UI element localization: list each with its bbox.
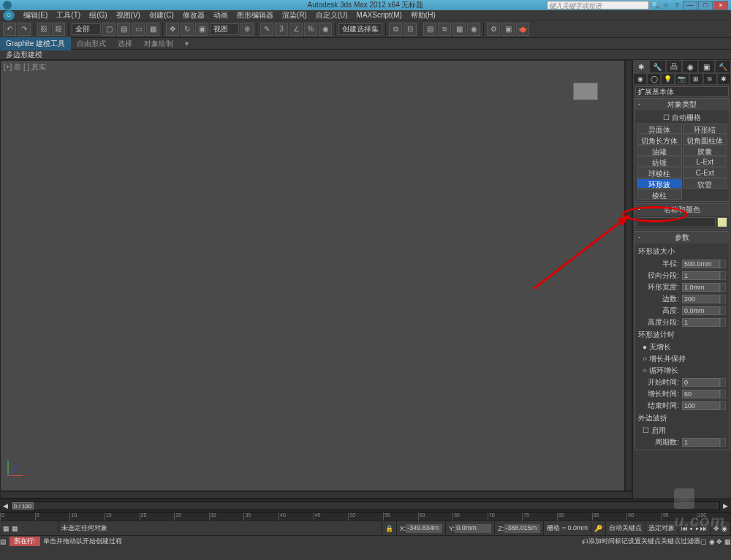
window-crossing-button[interactable]: ▦	[146, 23, 159, 36]
coord-z-input[interactable]: -388.015m	[504, 524, 540, 533]
time-slider[interactable]: ◀ 0 / 100 ▶	[0, 499, 731, 512]
ringwidth-spinner[interactable]: 1.0mm	[682, 283, 720, 292]
object-type-button[interactable]: 球棱柱	[637, 167, 682, 178]
menu-edit[interactable]: 编辑(E)	[19, 10, 52, 20]
slider-next-button[interactable]: ▶	[723, 502, 728, 510]
enable-checkbox[interactable]: 启用	[637, 425, 727, 436]
object-type-button[interactable]: 胶囊	[683, 145, 728, 156]
menu-group[interactable]: 组(G)	[85, 10, 111, 20]
scale-button[interactable]: ▣	[195, 23, 208, 36]
rollout-head[interactable]: 对象类型	[635, 99, 729, 110]
ribbon-tab-object-paint[interactable]: 对象绘制	[138, 37, 179, 50]
time-marker[interactable]: 0 / 100	[12, 502, 34, 510]
endtime-spinner[interactable]: 100	[682, 401, 720, 410]
pivot-button[interactable]: ⊕	[240, 23, 254, 36]
radseg-spinner[interactable]: 1	[682, 271, 720, 280]
ribbon-tab-modeling[interactable]: Graphite 建模工具	[0, 37, 71, 50]
subribbon-polymodel[interactable]: 多边形建模	[0, 50, 48, 60]
key-icon[interactable]: 🔑	[591, 521, 606, 535]
radio-growhold[interactable]: 增长并保持	[637, 353, 727, 365]
link-button[interactable]: ⛓	[37, 23, 50, 36]
menu-rendering[interactable]: 渲染(R)	[278, 10, 311, 20]
select-name-button[interactable]: ▤	[117, 23, 130, 36]
menu-tools[interactable]: 工具(T)	[52, 10, 85, 20]
object-type-button[interactable]: 切角圆柱体	[683, 135, 728, 145]
cameras-subtab[interactable]: 📷	[675, 73, 689, 85]
sides-spinner[interactable]: 200	[682, 295, 720, 303]
snap-toggle-button[interactable]: 3	[275, 23, 288, 36]
modify-tab[interactable]: 🔧	[649, 60, 665, 73]
select-region-button[interactable]: ▭	[132, 23, 145, 36]
render-setup-button[interactable]: ⚙	[487, 23, 500, 36]
percent-snap-button[interactable]: %	[304, 23, 317, 36]
object-type-button[interactable]: 棱柱	[637, 189, 682, 200]
viewport-label[interactable]: [+] 前 [ ] 真实	[4, 62, 46, 72]
display-tab[interactable]: ▣	[698, 60, 714, 73]
menu-maxscript[interactable]: MAXScript(M)	[352, 11, 406, 19]
viewcube[interactable]	[573, 83, 598, 100]
favorite-icon[interactable]: ☆	[661, 1, 671, 10]
object-type-button[interactable]: 纺锤	[637, 156, 682, 167]
ribbon-tab-selection[interactable]: 选择	[112, 37, 138, 50]
spinner-arrows[interactable]	[720, 271, 726, 280]
coord-y-input[interactable]: 0.0mm	[455, 524, 491, 533]
object-category-combo[interactable]: 扩展基本体	[635, 86, 729, 97]
slider-prev-button[interactable]: ◀	[3, 502, 8, 510]
status-left-icons[interactable]: ▦ ▦	[0, 521, 58, 535]
rollout-head[interactable]: 参数	[635, 232, 729, 243]
help-icon[interactable]: ?	[672, 1, 682, 10]
align-button[interactable]: ⊟	[404, 23, 417, 36]
redo-button[interactable]: ↷	[18, 23, 31, 36]
app-menu-icon[interactable]: G	[3, 10, 15, 20]
keyfilter-button[interactable]: 关键点过滤器	[661, 537, 700, 546]
radio-loop[interactable]: 循环增长	[637, 365, 727, 377]
material-editor-button[interactable]: ◉	[467, 23, 480, 36]
render-button[interactable]: 🫖	[516, 23, 529, 36]
minimize-button[interactable]: —	[683, 1, 697, 10]
heightseg-spinner[interactable]: 1	[682, 318, 720, 327]
hierarchy-tab[interactable]: 品	[666, 60, 682, 73]
spinner-arrows[interactable]	[720, 378, 726, 387]
geometry-subtab[interactable]: ◉	[633, 73, 647, 85]
menu-graph-editors[interactable]: 图形编辑器	[232, 10, 278, 20]
spinner-arrows[interactable]	[720, 283, 726, 292]
track-line-button[interactable]: 所在行:	[10, 537, 40, 546]
select-button[interactable]: ▢	[102, 23, 115, 36]
spacewarps-subtab[interactable]: ≋	[703, 73, 717, 85]
spinner-arrows[interactable]	[720, 390, 726, 398]
object-color-swatch[interactable]	[717, 217, 727, 227]
menu-views[interactable]: 视图(V)	[112, 10, 145, 20]
ref-coord-combo[interactable]: 视图	[210, 23, 239, 35]
menu-animation[interactable]: 动画	[209, 10, 232, 20]
starttime-spinner[interactable]: 0	[682, 378, 720, 387]
mirror-button[interactable]: ⧉	[389, 23, 402, 36]
menu-create[interactable]: 创建(C)	[145, 10, 178, 20]
autokey-button[interactable]: 自动关键点	[606, 521, 645, 535]
cycles-spinner[interactable]: 1	[682, 438, 720, 447]
script-icon[interactable]: ▤	[0, 538, 7, 545]
motion-tab[interactable]: ◉	[682, 60, 698, 73]
ribbon-tab-freeform[interactable]: 自由形式	[71, 37, 112, 50]
tag-icon[interactable]: 🏷	[582, 538, 588, 545]
menu-modifiers[interactable]: 修改器	[178, 10, 209, 20]
viewport-scrollbar-h[interactable]	[0, 491, 632, 499]
help-search-input[interactable]: 键入关键字或短语	[547, 1, 649, 10]
spinner-arrows[interactable]	[720, 306, 726, 315]
autogrid-checkbox[interactable]: ☐ 自动栅格	[637, 112, 727, 124]
close-button[interactable]: ×	[713, 1, 728, 10]
object-name-input[interactable]	[637, 217, 716, 227]
time-ruler[interactable]: 0510152025303540455055606570758085909510…	[0, 512, 731, 521]
systems-subtab[interactable]: ✱	[717, 73, 731, 85]
coord-x-input[interactable]: -349.834m	[406, 524, 442, 533]
layers-button[interactable]: ▤	[423, 23, 436, 36]
spinner-snap-button[interactable]: ◉	[319, 23, 332, 36]
object-type-button[interactable]: 切角长方体	[637, 135, 682, 145]
named-selset-combo[interactable]: 创建选择集	[338, 23, 382, 35]
lock-icon[interactable]: 🔒	[382, 521, 397, 535]
angle-snap-button[interactable]: ∠	[289, 23, 303, 36]
maximize-button[interactable]: □	[698, 1, 713, 10]
object-type-button[interactable]: C-Ext	[683, 167, 728, 178]
helpers-subtab[interactable]: ⊞	[689, 73, 703, 85]
spinner-arrows[interactable]	[720, 401, 726, 410]
add-timemark[interactable]: 添加时间标记	[588, 537, 628, 546]
